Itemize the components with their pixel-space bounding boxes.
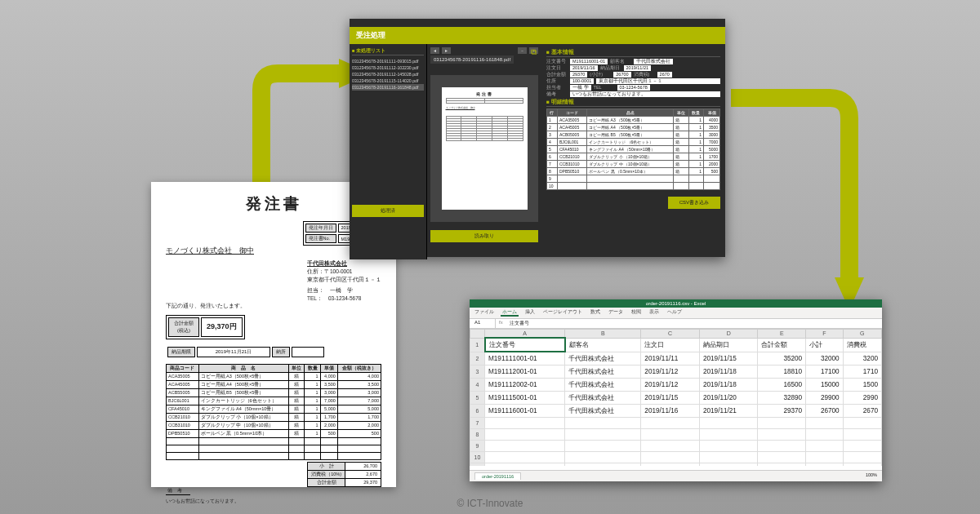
detail-info-title: ■ 明細情報	[546, 99, 720, 107]
pdf-lines-table: 商品コード商 品 名単位数量単価金額（税抜き） ACA35005コピー用紙 A3…	[166, 364, 381, 460]
credit: © ICT-Innovate	[457, 498, 523, 509]
pdf-remarks: 備 考 いつもお世話になっております。	[166, 487, 381, 505]
app-file-list-panel: ■ 未処理リスト 0312345678-20191111-093015.pdf0…	[350, 44, 427, 259]
basic-info-title: ■ 基本情報	[546, 49, 720, 57]
open-external-icon[interactable]: ⧉	[531, 47, 537, 57]
pdf-sender: 千代田株式会社 住所：〒100-0001 東京都千代田区千代田１－１ 担当： 一…	[307, 259, 381, 303]
ribbon-tab[interactable]: 表示	[648, 309, 661, 317]
file-list-item[interactable]: 0312345678-20191116-161848.pdf	[352, 84, 424, 91]
ribbon-tab[interactable]: ページレイアウト	[541, 309, 584, 317]
pdf-total-box: 合計金額 (税込)29,370円	[166, 315, 245, 339]
processed-button[interactable]: 処理済	[352, 205, 424, 217]
arrow-app-to-excel	[731, 82, 878, 318]
read-button[interactable]: 読み取り	[430, 230, 538, 242]
file-list-item[interactable]: 0312345678-20191112-102230.pdf	[352, 64, 424, 71]
csv-write-button[interactable]: CSV書き込み	[668, 197, 720, 209]
name-box[interactable]: A1	[470, 319, 496, 328]
excel-statusbar: order-20191116 100%	[470, 470, 882, 481]
zoom-level[interactable]: 100%	[866, 472, 877, 480]
ribbon-tab[interactable]: 挿入	[523, 309, 537, 317]
app-data-panel: ■ 基本情報 注文番号M191116001-01顧客名千代田株式会社 注文日20…	[541, 44, 725, 259]
excel-formula-bar[interactable]: A1 fx 注文番号	[470, 319, 882, 329]
sheet-tab[interactable]: order-20191116	[474, 472, 521, 480]
app-header: 受注処理	[350, 27, 725, 44]
excel-grid[interactable]: ABCDEFG 1注文番号顧客名注文日納品期日合計金額小計消費税2M191111…	[470, 329, 882, 466]
formula-value[interactable]: 注文番号	[506, 319, 532, 328]
ribbon-tab[interactable]: ホーム	[501, 309, 519, 317]
ribbon-tab[interactable]: 校閲	[630, 309, 643, 317]
preview-filename: 0312345678-20191116-161848.pdf	[430, 55, 514, 64]
file-list-item[interactable]: 0312345678-20191111-093015.pdf	[352, 58, 424, 64]
fx-icon: fx	[496, 319, 506, 328]
detail-table: 行コード品名単位数量単価 1ACA35005コピー用紙 A3 （500枚×5冊）…	[546, 109, 720, 190]
file-list-title: ■ 未処理リスト	[352, 47, 424, 55]
pdf-delivery: 納品期限2019年11月21日納所	[166, 345, 326, 359]
ribbon-tab[interactable]: データ	[607, 309, 625, 317]
ribbon-tab[interactable]: ファイル	[473, 309, 496, 317]
file-list-item[interactable]: 0312345678-20191112-145028.pdf	[352, 71, 424, 78]
ribbon-tab[interactable]: ヘルプ	[666, 309, 684, 317]
order-processing-app: 受注処理 ■ 未処理リスト 0312345678-20191111-093015…	[350, 19, 725, 257]
pdf-subtotal: 小 計26,700 消費税（10%)2,670 合計金額29,370	[307, 462, 381, 487]
ribbon-tab[interactable]: 数式	[589, 309, 602, 317]
excel-titlebar: order-20191116.csv - Excel	[470, 299, 882, 308]
pdf-note: 下記の通り、発注いたします。	[166, 303, 381, 310]
file-list-item[interactable]: 0312345678-20191115-114020.pdf	[352, 78, 424, 84]
pdf-thumbnail: 発注書 モノづくり株式会社 御中	[430, 75, 538, 222]
app-preview-panel: ◄►－＋ 0312345678-20191116-161848.pdf ⧉ 発注…	[427, 44, 541, 259]
excel-ribbon[interactable]: ファイルホーム挿入ページレイアウト数式データ校閲表示ヘルプ	[470, 308, 882, 319]
excel-window: order-20191116.csv - Excel ファイルホーム挿入ページレ…	[470, 299, 882, 481]
